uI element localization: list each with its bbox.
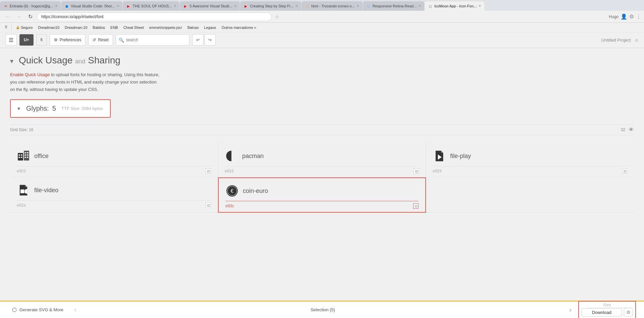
- glyphs-panel: ▾ Glyphs: 5 TTF Size: 2084 bytes: [10, 99, 111, 118]
- svg-rect-11: [27, 157, 29, 158]
- icon-copy-office[interactable]: ◻: [206, 168, 211, 174]
- bookmark-enb[interactable]: ENB: [108, 25, 120, 30]
- icon-name-fileplay: file-play: [450, 153, 471, 160]
- bookmark-label: Legaus: [204, 25, 216, 30]
- icon-header-pacman: pacman: [225, 150, 419, 162]
- tab-soul[interactable]: ▶ THE SOUL OF HOUS... ×: [123, 1, 179, 11]
- bookmark-label: Balcao: [187, 25, 199, 30]
- icon-code-office: e903: [17, 169, 26, 173]
- preferences-label: Preferences: [60, 38, 82, 42]
- tab-close[interactable]: ×: [477, 4, 481, 8]
- tab-responsive[interactable]: ◻ Responsive Retina-Read... ×: [363, 1, 424, 11]
- and-word: and: [75, 58, 85, 65]
- tab-close[interactable]: ×: [355, 4, 359, 8]
- glyphs-label: Glyphs:: [26, 105, 49, 112]
- bookmark-balcao[interactable]: Balcao: [185, 25, 201, 30]
- icon-code-row-coineuro: e93c ◻: [225, 201, 419, 209]
- enable-quick-usage-link[interactable]: Enable Quick Usage: [10, 72, 50, 77]
- undo-redo-group: ↩ ↪: [192, 34, 216, 46]
- tab-icomoon[interactable]: ◻ IcoMoon App - Icon Fon... ×: [425, 1, 484, 11]
- tab-close[interactable]: ×: [53, 4, 57, 8]
- icon-copy-filevideo[interactable]: ◻: [206, 203, 211, 208]
- icon-code-row-filevideo: e92a ◻: [17, 200, 211, 208]
- yt-favicon: ▶: [126, 4, 131, 8]
- tab-close[interactable]: ×: [115, 4, 119, 8]
- icon-card-filevideo: file-video e92a ◻: [10, 177, 218, 213]
- bookmark-seguro[interactable]: 🔒 Seguro: [14, 25, 35, 30]
- search-input[interactable]: [126, 38, 183, 42]
- bookmark-label: Cheat Sheet: [123, 25, 144, 30]
- bookmark-label: Outros marcadores »: [221, 25, 256, 30]
- glyphs-chevron-icon[interactable]: ▾: [17, 105, 20, 112]
- resp-favicon: ◻: [366, 4, 371, 8]
- bookmark-cheatsheet[interactable]: Cheat Sheet: [121, 25, 146, 30]
- eye-icon[interactable]: 👁: [629, 127, 634, 133]
- user-label: Hugo: [609, 14, 619, 19]
- glyphs-count: 5: [52, 105, 56, 112]
- bookmark-apps[interactable]: ⠿: [3, 24, 9, 30]
- tab-vscode[interactable]: ◼ Visual Studio Code: Shor... ×: [61, 1, 122, 11]
- bm-separator: [11, 25, 12, 30]
- section-title: ▾ Quick Usage and Sharing: [10, 55, 634, 66]
- tab-5awesome[interactable]: ▶ 5 Awesome Visual Studi... ×: [180, 1, 240, 11]
- search-box[interactable]: 🔍: [116, 34, 190, 46]
- icon-copy-coineuro[interactable]: ◻: [413, 203, 419, 209]
- tab-label: Creating Step by Step Fr...: [250, 4, 293, 8]
- quick-usage-title: Quick Usage: [19, 55, 72, 66]
- icomoon-u-button[interactable]: U+: [19, 34, 34, 46]
- bookmark-dreadman-10[interactable]: Dreadman-10: [63, 25, 89, 30]
- icon-header-office: office: [17, 150, 211, 162]
- toolbar-right: Untitled Project ☺: [601, 38, 639, 43]
- apps-icon: ⠿: [5, 25, 7, 30]
- tab-close[interactable]: ×: [417, 4, 421, 8]
- tab-label: Entrada (6) - hugocsl@g...: [10, 4, 53, 8]
- office-icon: [17, 150, 30, 162]
- menu-button[interactable]: ☰: [5, 34, 17, 46]
- bookmark-outros[interactable]: Outros marcadores »: [219, 25, 258, 30]
- icon-copy-pacman[interactable]: ◻: [414, 168, 419, 174]
- forward-button[interactable]: →: [14, 12, 23, 21]
- reload-button[interactable]: ↻: [25, 12, 35, 21]
- bookmark-star-icon[interactable]: ☆: [275, 14, 279, 19]
- address-input[interactable]: [37, 12, 272, 21]
- sharing-subtitle: Sharing: [88, 55, 120, 66]
- yt-favicon2: ▶: [183, 4, 188, 8]
- icon-card-empty: [426, 177, 634, 213]
- tab-close[interactable]: ×: [172, 4, 176, 8]
- preferences-button[interactable]: ⚙ Preferences: [50, 34, 86, 46]
- pacman-icon: [225, 150, 238, 162]
- icon-card-pacman: pacman e916 ◻: [218, 143, 426, 177]
- icon-name-pacman: pacman: [242, 153, 264, 160]
- tab-html[interactable]: ◻ html - Trocando icones n... ×: [302, 1, 363, 11]
- tab-close[interactable]: ×: [293, 4, 298, 8]
- bookmark-batidos[interactable]: Batidos: [91, 25, 107, 30]
- icons-grid: office e903 ◻ pacman: [10, 143, 634, 213]
- grid-number: 32: [621, 127, 625, 132]
- tab-gmail[interactable]: ✉ Entrada (6) - hugocsl@g... ×: [0, 1, 61, 11]
- redo-button[interactable]: ↪: [204, 34, 216, 46]
- back-button[interactable]: ←: [3, 12, 12, 21]
- bookmark-label: Batidos: [93, 25, 105, 30]
- yt-favicon3: ▶: [244, 4, 248, 8]
- undo-button[interactable]: ↩: [192, 34, 204, 46]
- grid-size-label: Grid Size: 16: [10, 127, 33, 132]
- svg-rect-9: [27, 155, 29, 156]
- bookmark-dreadman10[interactable]: Dreadman10: [36, 25, 61, 30]
- icon-card-office: office e903 ◻: [10, 143, 218, 177]
- vscode-favicon: ◼: [64, 4, 69, 8]
- icon-code-fileplay: e929: [433, 169, 442, 173]
- icomoon-fi-button[interactable]: fi: [36, 34, 47, 46]
- gear-icon: ⚙: [54, 38, 58, 42]
- tab-creating[interactable]: ▶ Creating Step by Step Fr... ×: [240, 1, 301, 11]
- menu-dots-icon: ⋮: [636, 13, 641, 20]
- chevron-down-icon[interactable]: ▾: [10, 57, 13, 65]
- filevideo-icon: [17, 184, 30, 196]
- tab-close[interactable]: ×: [232, 4, 236, 8]
- svg-rect-7: [27, 152, 29, 153]
- browser-chrome: ✉ Entrada (6) - hugocsl@g... × ◼ Visual …: [0, 0, 644, 250]
- bookmark-emmet[interactable]: emmet/snippets.jscr: [147, 25, 184, 30]
- bookmark-legaus[interactable]: Legaus: [202, 25, 218, 30]
- reset-button[interactable]: ↺ Reset: [88, 34, 113, 46]
- bookmarks-bar: ⠿ 🔒 Seguro Dreadman10 Dreadman-10 Batido…: [0, 23, 644, 32]
- icon-copy-fileplay[interactable]: ◻: [622, 168, 627, 174]
